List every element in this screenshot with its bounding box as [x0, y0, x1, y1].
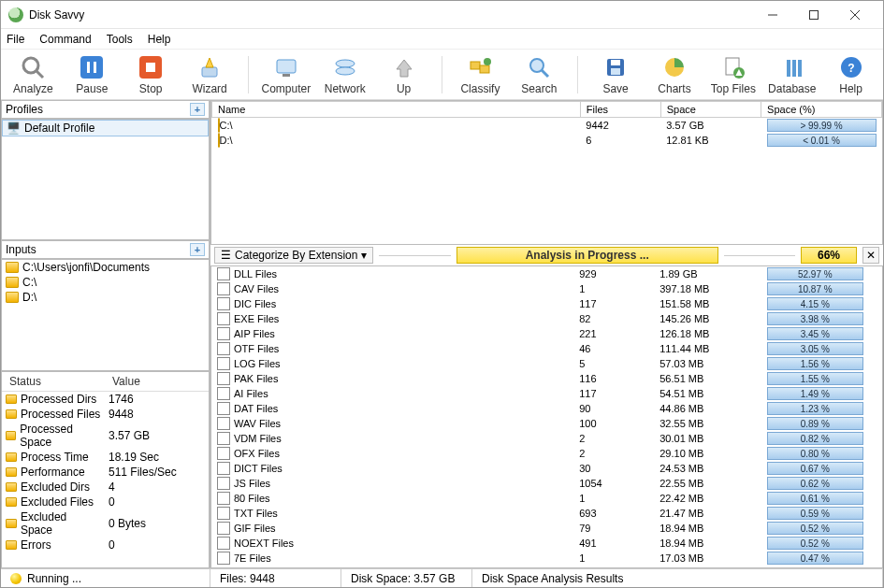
add-input-button[interactable]: + [190, 243, 205, 256]
svg-point-15 [336, 67, 355, 75]
file-icon [217, 282, 230, 295]
pause-button[interactable]: Pause [67, 54, 117, 95]
ext-row[interactable]: DLL Files9291.89 GB52.97 % [211, 266, 882, 281]
pct-bar: 0.52 % [767, 537, 863, 550]
ext-row[interactable]: EXE Files82145.26 MB3.98 % [211, 311, 882, 326]
window-title: Disk Savvy [29, 8, 752, 22]
col-name[interactable]: Name [212, 102, 581, 118]
ext-row[interactable]: 7E Files117.03 MB0.47 % [211, 551, 882, 566]
file-icon [217, 552, 230, 565]
classify-button[interactable]: Classify [456, 54, 505, 95]
drive-row[interactable]: D:\612.81 KB< 0.01 % [212, 133, 882, 148]
database-button[interactable]: Database [767, 54, 817, 95]
app-icon [8, 7, 23, 22]
ext-row[interactable]: OTF Files46111.44 MB3.05 % [211, 341, 882, 356]
profile-row[interactable]: 🖥️ Default Profile [2, 120, 209, 136]
pct-bar: 3.45 % [767, 327, 863, 340]
file-icon [217, 462, 230, 475]
file-icon [217, 357, 230, 370]
status-value: 3.57 GB [105, 422, 209, 450]
ext-row[interactable]: NOEXT Files49118.94 MB0.52 % [211, 536, 882, 551]
ext-row[interactable]: DIC Files117151.58 MB4.15 % [211, 296, 882, 311]
close-button[interactable] [834, 2, 876, 28]
file-icon [217, 387, 230, 400]
ext-row[interactable]: TXT Files69321.47 MB0.59 % [211, 506, 882, 521]
menu-file[interactable]: File [7, 33, 24, 46]
titlebar: Disk Savvy [1, 1, 883, 29]
menu-tools[interactable]: Tools [107, 33, 133, 46]
save-button[interactable]: Save [591, 54, 641, 95]
col-space[interactable]: Space [660, 102, 761, 118]
ext-row[interactable]: JS Files105422.55 MB0.62 % [211, 476, 882, 491]
error-icon [6, 540, 17, 550]
svg-rect-12 [277, 60, 296, 73]
folder-icon [218, 133, 220, 148]
help-button[interactable]: ?Help [826, 54, 876, 95]
status-label: Errors [2, 538, 105, 552]
ext-row[interactable]: GIF Files7918.94 MB0.52 % [211, 521, 882, 536]
toolbar-separator [248, 56, 249, 93]
ext-row[interactable]: WAV Files10032.55 MB0.89 % [211, 416, 882, 431]
warning-icon [6, 497, 17, 507]
status-files: Files: 9448 [210, 569, 341, 587]
ext-row[interactable]: AI Files11754.51 MB1.49 % [211, 386, 882, 401]
ext-row[interactable]: VDM Files230.01 MB0.82 % [211, 431, 882, 446]
drive-row[interactable]: C:\94423.57 GB> 99.99 % [212, 118, 882, 134]
svg-point-19 [530, 59, 543, 72]
status-label: Process Time [2, 450, 105, 465]
status-value: 4 [105, 480, 209, 495]
pct-bar: 52.97 % [767, 267, 863, 280]
folder-icon [6, 262, 19, 273]
ext-row[interactable]: PAK Files11656.51 MB1.55 % [211, 371, 882, 386]
close-analysis-button[interactable]: ✕ [862, 247, 879, 264]
status-label: Excluded Dirs [2, 480, 105, 495]
computer-button[interactable]: Computer [261, 54, 311, 95]
ext-row[interactable]: DICT Files3024.53 MB0.67 % [211, 461, 882, 476]
analyze-button[interactable]: Analyze [8, 54, 58, 95]
profile-icon: 🖥️ [7, 122, 21, 135]
profiles-label: Profiles [6, 103, 43, 116]
add-profile-button[interactable]: + [190, 103, 205, 116]
inputs-panel: C:\Users\jonfi\DocumentsC:\D:\ [1, 259, 210, 371]
pct-bar: 4.15 % [767, 297, 863, 310]
categorize-dropdown[interactable]: ☰ Categorize By Extension ▾ [214, 247, 373, 264]
search-button[interactable]: Search [514, 54, 564, 95]
ext-row[interactable]: 80 Files122.42 MB0.61 % [211, 491, 882, 506]
maximize-button[interactable] [793, 2, 834, 28]
network-button[interactable]: Network [320, 54, 370, 95]
svg-rect-29 [798, 60, 802, 77]
minimize-button[interactable] [752, 2, 793, 28]
topfiles-button[interactable]: ▲Top Files [708, 54, 758, 95]
svg-point-4 [23, 58, 38, 73]
folder-icon [6, 394, 17, 404]
svg-rect-6 [80, 56, 103, 79]
svg-rect-10 [146, 63, 155, 72]
menu-help[interactable]: Help [148, 33, 171, 46]
ext-row[interactable]: AIP Files221126.18 MB3.45 % [211, 326, 882, 341]
charts-button[interactable]: Charts [650, 54, 700, 95]
file-icon [217, 522, 230, 535]
file-icon [217, 267, 230, 280]
ext-row[interactable]: LOG Files557.03 MB1.56 % [211, 356, 882, 371]
input-row[interactable]: D:\ [2, 290, 209, 305]
pct-bar: 0.82 % [767, 432, 863, 445]
pct-bar: 0.89 % [767, 417, 863, 430]
status-value: 18.19 Sec [105, 450, 209, 465]
ext-row[interactable]: CAV Files1397.18 MB10.87 % [211, 281, 882, 296]
col-space-pct[interactable]: Space (%) [761, 102, 882, 118]
ext-row[interactable]: OFX Files229.10 MB0.80 % [211, 446, 882, 461]
stop-button[interactable]: Stop [126, 54, 176, 95]
inputs-header: Inputs + [1, 240, 210, 259]
up-button[interactable]: Up [379, 54, 428, 95]
progress-percent: 66% [801, 247, 857, 264]
wizard-button[interactable]: Wizard [185, 54, 235, 95]
input-row[interactable]: C:\ [2, 275, 209, 290]
menu-command[interactable]: Command [39, 33, 91, 46]
pct-bar: 0.59 % [767, 507, 863, 520]
extension-list[interactable]: DLL Files9291.89 GB52.97 %CAV Files1397.… [210, 265, 883, 568]
input-row[interactable]: C:\Users\jonfi\Documents [2, 260, 209, 275]
ext-row[interactable]: DAT Files9044.86 MB1.23 % [211, 401, 882, 416]
list-icon: ☰ [221, 249, 231, 262]
col-files[interactable]: Files [580, 102, 660, 118]
file-icon [217, 297, 230, 310]
